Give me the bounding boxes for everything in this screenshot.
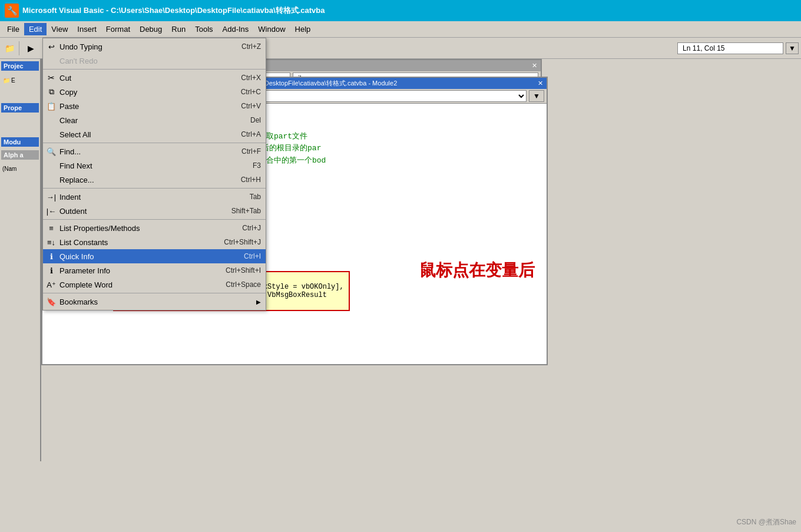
left-panel: Projec 📁 E Prope Modu Alph a (Nam — [0, 59, 41, 461]
location-dropdown[interactable]: ▼ — [786, 42, 799, 54]
tree-item-1[interactable]: 📁 E — [2, 77, 38, 84]
complete-word-icon: A⁺ — [45, 279, 57, 290]
toolbar-project-btn[interactable]: 📁 — [2, 41, 16, 55]
redo-label: Can't Redo — [59, 57, 249, 65]
alpha-content: (Nam — [2, 166, 16, 172]
find-label: Find... — [59, 147, 230, 156]
select-all-shortcut: Ctrl+A — [241, 130, 261, 138]
menu-indent[interactable]: →| Indent Tab — [43, 190, 266, 204]
menu-tools[interactable]: Tools — [190, 23, 217, 35]
quick-info-icon: ℹ — [45, 250, 57, 262]
general-dropdown-arrow[interactable]: ▼ — [529, 90, 544, 102]
menu-list-const[interactable]: ≡↓ List Constants Ctrl+Shift+J — [43, 235, 266, 249]
cut-shortcut: Ctrl+X — [241, 74, 261, 82]
menu-copy[interactable]: ⧉ Copy Ctrl+C — [43, 85, 266, 99]
menu-file[interactable]: File — [2, 23, 24, 35]
param-info-shortcut: Ctrl+Shift+I — [226, 266, 261, 275]
watermark: CSDN @煮酒Shae — [736, 517, 796, 527]
undo-shortcut: Ctrl+Z — [241, 42, 261, 51]
menu-param-info[interactable]: ℹ Parameter Info Ctrl+Shift+I — [43, 263, 266, 277]
menu-bookmarks[interactable]: 🔖 Bookmarks ▶ — [43, 295, 266, 309]
alpha-panel: (Nam — [1, 163, 39, 174]
menu-run[interactable]: Run — [167, 23, 190, 35]
menu-addins[interactable]: Add-Ins — [218, 23, 254, 35]
undo-icon: ↩ — [45, 41, 57, 52]
redo-icon — [45, 55, 57, 67]
menu-quick-info[interactable]: ℹ Quick Info Ctrl+I — [43, 249, 266, 263]
properties-panel — [1, 116, 39, 121]
menu-insert[interactable]: Insert — [72, 23, 101, 35]
modu-label: Modu — [1, 137, 39, 147]
menu-undo[interactable]: ↩ Undo Typing Ctrl+Z — [43, 39, 266, 54]
find-shortcut: Ctrl+F — [241, 147, 261, 156]
cut-icon: ✂ — [45, 72, 57, 84]
list-const-icon: ≡↓ — [45, 236, 57, 248]
toolbar-run-btn[interactable]: ▶ — [24, 41, 38, 55]
outdent-icon: |← — [45, 205, 57, 217]
menu-select-all[interactable]: Select All Ctrl+A — [43, 127, 266, 141]
sep-4 — [43, 219, 266, 220]
clear-label: Clear — [59, 116, 239, 125]
toolbar-location: Ln 11, Col 15 ▼ — [677, 42, 799, 54]
replace-icon — [45, 174, 57, 186]
location-text: Ln 11, Col 15 — [677, 42, 783, 54]
menu-view[interactable]: View — [47, 23, 72, 35]
title-text: Microsoft Visual Basic - C:\Users\Shae\D… — [22, 5, 325, 16]
menu-outdent[interactable]: |← Outdent Shift+Tab — [43, 204, 266, 218]
menu-clear[interactable]: Clear Del — [43, 113, 266, 127]
list-props-label: List Properties/Methods — [59, 224, 230, 233]
list-const-shortcut: Ctrl+Shift+J — [224, 238, 261, 246]
project-tree: 📁 E — [1, 74, 39, 87]
param-info-icon: ℹ — [45, 265, 57, 276]
replace-label: Replace... — [59, 176, 229, 184]
find-next-label: Find Next — [59, 161, 241, 170]
menu-help[interactable]: Help — [290, 23, 316, 35]
outdent-shortcut: Shift+Tab — [231, 207, 261, 215]
edit-menu-dropdown: ↩ Undo Typing Ctrl+Z Can't Redo ✂ Cut Ct… — [42, 38, 266, 310]
menu-cut[interactable]: ✂ Cut Ctrl+X — [43, 71, 266, 85]
bookmarks-icon: 🔖 — [45, 296, 57, 308]
bookmarks-label: Bookmarks — [59, 298, 251, 306]
tree-label-1: E — [11, 77, 15, 84]
annotation-overlay: 鼠标点在变量后 — [419, 259, 535, 282]
tree-icon-1: 📁 — [3, 77, 10, 84]
app-icon: 🔧 — [5, 4, 19, 18]
menu-list-props[interactable]: ≡ List Properties/Methods Ctrl+J — [43, 221, 266, 235]
menu-edit[interactable]: Edit — [24, 23, 47, 35]
select-all-label: Select All — [59, 130, 229, 139]
menu-find-next[interactable]: Find Next F3 — [43, 158, 266, 173]
clear-icon — [45, 114, 57, 126]
copy-shortcut: Ctrl+C — [241, 88, 261, 96]
indent-icon: →| — [45, 191, 57, 203]
sep-5 — [43, 293, 266, 293]
find-icon: 🔍 — [45, 146, 57, 157]
indent-shortcut: Tab — [250, 193, 261, 201]
copy-icon: ⧉ — [45, 86, 57, 98]
toolbar-sep-1 — [19, 41, 21, 55]
sep-3 — [43, 188, 266, 189]
alpha-label: Alph a — [1, 150, 39, 160]
sep-1 — [43, 69, 266, 70]
sep-2 — [43, 143, 266, 143]
param-info-label: Parameter Info — [59, 266, 214, 275]
menu-find[interactable]: 🔍 Find... Ctrl+F — [43, 144, 266, 158]
menu-replace[interactable]: Replace... Ctrl+H — [43, 173, 266, 187]
cut-label: Cut — [59, 74, 229, 82]
menu-window[interactable]: Window — [253, 23, 290, 35]
menu-debug[interactable]: Debug — [135, 23, 167, 35]
project-label: Projec — [1, 61, 39, 71]
panel-divider-2 — [1, 123, 39, 135]
menu-paste[interactable]: 📋 Paste Ctrl+V — [43, 99, 266, 113]
menu-redo: Can't Redo — [43, 54, 266, 68]
title-bar: 🔧 Microsoft Visual Basic - C:\Users\Shae… — [0, 0, 801, 21]
module1-close[interactable]: ✕ — [532, 62, 537, 70]
find-next-icon — [45, 160, 57, 171]
module2-close[interactable]: ✕ — [538, 80, 543, 87]
menu-complete-word[interactable]: A⁺ Complete Word Ctrl+Space — [43, 277, 266, 292]
complete-word-label: Complete Word — [59, 280, 214, 289]
menu-bar: File Edit View Insert Format Debug Run T… — [0, 21, 801, 38]
prope-label: Prope — [1, 103, 39, 113]
select-all-icon — [45, 128, 57, 140]
find-next-shortcut: F3 — [253, 161, 261, 170]
menu-format[interactable]: Format — [101, 23, 135, 35]
